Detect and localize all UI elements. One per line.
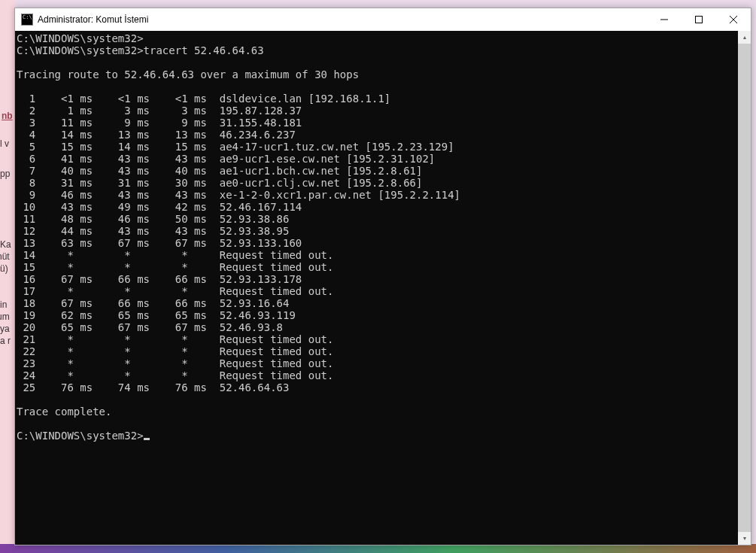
bg-text: Ka — [0, 239, 11, 250]
bg-text: a r — [0, 336, 11, 346]
scroll-thumb[interactable] — [738, 44, 751, 532]
bg-text: l v — [0, 138, 9, 149]
cmd-icon — [21, 14, 33, 26]
scroll-up-button[interactable]: ▴ — [738, 31, 751, 44]
console-window: Administrator: Komut İstemi C:\WINDOWS\s… — [14, 8, 751, 545]
bg-text: ü) — [0, 263, 8, 274]
bg-text: um — [0, 311, 10, 322]
window-title: Administrator: Komut İstemi — [38, 14, 647, 25]
vertical-scrollbar[interactable]: ▴ ▾ — [738, 31, 751, 545]
close-icon — [730, 16, 737, 23]
text-cursor — [144, 438, 150, 440]
minimize-button[interactable] — [647, 8, 682, 31]
bg-text: ya — [0, 324, 10, 334]
chevron-down-icon: ▾ — [743, 535, 746, 542]
maximize-button[interactable] — [682, 8, 716, 31]
bg-text: in — [0, 299, 7, 310]
background-page-fragment: nb l v pp Ka nüt ü) in um ya a r — [0, 0, 15, 553]
caption-buttons — [647, 8, 751, 31]
client-wrap: C:\WINDOWS\system32> C:\WINDOWS\system32… — [15, 31, 751, 545]
scroll-down-button[interactable]: ▾ — [738, 532, 751, 545]
minimize-icon — [660, 16, 668, 23]
chevron-up-icon: ▴ — [743, 34, 746, 41]
bg-link-fragment: nb — [2, 111, 13, 121]
svg-rect-0 — [696, 17, 703, 23]
close-button[interactable] — [716, 8, 751, 31]
terminal-output[interactable]: C:\WINDOWS\system32> C:\WINDOWS\system32… — [15, 31, 738, 545]
scroll-track[interactable] — [738, 44, 751, 532]
bg-text: pp — [0, 169, 10, 179]
maximize-icon — [695, 16, 703, 23]
bg-text: nüt — [0, 251, 10, 262]
titlebar[interactable]: Administrator: Komut İstemi — [15, 8, 751, 31]
